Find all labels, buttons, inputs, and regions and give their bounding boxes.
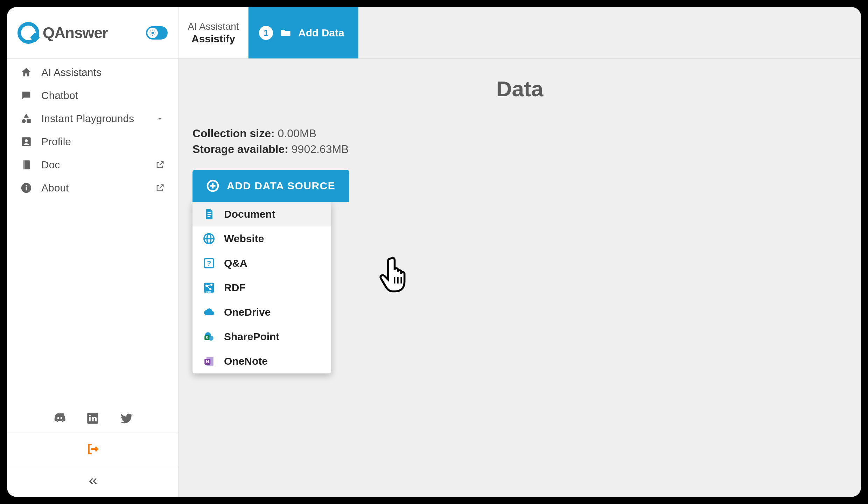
theme-toggle[interactable] [146, 26, 168, 40]
sidebar-header: QAnswer [7, 7, 178, 59]
svg-rect-15 [23, 160, 25, 169]
main-area: AI Assistant Assistify 1 Add Data Data C… [178, 7, 861, 497]
sidebar-item-label: Instant Playgrounds [41, 113, 146, 125]
document-icon [203, 208, 215, 220]
cloud-icon [203, 306, 215, 318]
sun-icon [147, 28, 158, 38]
add-data-source-button[interactable]: ADD DATA SOURCE [192, 170, 349, 202]
dropdown-item-label: Document [224, 208, 275, 220]
sidebar: QAnswer AI Assistants Chatbot Instant Pl… [7, 7, 178, 497]
logout-button[interactable] [7, 433, 178, 465]
svg-rect-17 [26, 187, 27, 190]
plus-circle-icon [206, 180, 219, 192]
external-link-icon [155, 160, 165, 170]
sidebar-item-about[interactable]: About [7, 176, 178, 200]
collection-size-label: Collection size: [192, 127, 275, 140]
assistant-label: AI Assistant [188, 21, 239, 32]
content: Data Collection size: 0.00MB Storage ava… [178, 59, 861, 497]
svg-point-21 [89, 415, 91, 416]
chat-icon [20, 90, 32, 102]
globe-icon [203, 233, 215, 245]
sidebar-nav: AI Assistants Chatbot Instant Playground… [7, 59, 178, 400]
svg-line-8 [154, 30, 155, 31]
external-link-icon [155, 183, 165, 193]
dropdown-item-label: SharePoint [224, 331, 279, 343]
svg-text:S: S [206, 336, 209, 340]
dropdown-item-label: Website [224, 233, 264, 245]
rdf-icon: RDF [203, 282, 215, 294]
svg-point-0 [152, 31, 154, 34]
dropdown-item-label: OneNote [224, 355, 268, 367]
dropdown-item-rdf[interactable]: RDF RDF [192, 275, 331, 300]
sidebar-item-label: Profile [41, 136, 165, 148]
svg-point-13 [25, 139, 28, 142]
twitter-icon[interactable] [118, 411, 133, 426]
shapes-icon [20, 113, 32, 125]
svg-line-6 [154, 34, 155, 35]
sidebar-item-chatbot[interactable]: Chatbot [7, 84, 178, 107]
assistant-name: Assistify [191, 33, 235, 45]
brand-name: QAnswer [43, 24, 108, 42]
svg-rect-26 [208, 214, 211, 215]
dropdown-item-document[interactable]: Document [192, 202, 331, 226]
sidebar-item-doc[interactable]: Doc [7, 153, 178, 176]
svg-point-10 [22, 119, 26, 123]
dropdown-item-label: Q&A [224, 257, 247, 269]
sidebar-item-label: AI Assistants [41, 66, 165, 78]
svg-rect-20 [89, 417, 90, 421]
app-window: QAnswer AI Assistants Chatbot Instant Pl… [7, 7, 861, 497]
dropdown-item-website[interactable]: Website [192, 226, 331, 251]
brand-logo[interactable]: QAnswer [18, 22, 108, 44]
svg-rect-27 [208, 216, 211, 217]
svg-line-7 [150, 34, 151, 35]
linkedin-icon[interactable] [85, 411, 100, 426]
discord-icon[interactable] [52, 411, 67, 426]
storage-available-value: 9902.63MB [292, 143, 349, 155]
data-source-dropdown: Document Website ? Q&A RDF RDF OneDrive [192, 202, 331, 373]
dropdown-item-label: RDF [224, 282, 246, 294]
svg-rect-25 [208, 212, 211, 213]
chevron-down-icon [155, 114, 165, 124]
svg-rect-11 [27, 119, 30, 123]
svg-text:?: ? [207, 259, 211, 267]
svg-line-5 [150, 30, 151, 31]
sharepoint-icon: S [203, 331, 215, 343]
dropdown-item-qa[interactable]: ? Q&A [192, 251, 331, 275]
svg-point-18 [26, 185, 27, 187]
chevrons-left-icon [86, 475, 99, 488]
profile-icon [20, 136, 32, 148]
storage-stats: Collection size: 0.00MB Storage availabl… [192, 126, 861, 157]
dropdown-item-onedrive[interactable]: OneDrive [192, 300, 331, 324]
qa-icon: ? [203, 257, 215, 269]
dropdown-item-label: OneDrive [224, 306, 271, 318]
sidebar-item-label: Chatbot [41, 90, 165, 102]
sidebar-item-label: About [41, 182, 146, 194]
add-button-label: ADD DATA SOURCE [227, 180, 335, 192]
page-title: Data [178, 76, 861, 101]
sidebar-item-label: Doc [41, 159, 146, 171]
step-number-badge: 1 [259, 26, 273, 40]
step-add-data[interactable]: 1 Add Data [248, 7, 358, 58]
social-links [7, 400, 178, 433]
step-label: Add Data [298, 27, 344, 39]
svg-text:N: N [206, 359, 209, 364]
sidebar-item-ai-assistants[interactable]: AI Assistants [7, 61, 178, 84]
onenote-icon: N [203, 355, 215, 367]
sidebar-item-instant-playgrounds[interactable]: Instant Playgrounds [7, 107, 178, 130]
storage-available-label: Storage available: [192, 143, 288, 155]
collection-size-value: 0.00MB [278, 127, 316, 140]
dropdown-item-sharepoint[interactable]: S SharePoint [192, 324, 331, 349]
sidebar-item-profile[interactable]: Profile [7, 130, 178, 153]
collapse-sidebar-button[interactable] [7, 465, 178, 497]
folder-icon [279, 27, 292, 39]
logout-icon [86, 442, 99, 456]
assistant-tab[interactable]: AI Assistant Assistify [178, 7, 248, 58]
info-icon [20, 182, 32, 194]
svg-marker-9 [24, 114, 29, 118]
topbar: AI Assistant Assistify 1 Add Data [178, 7, 861, 59]
cursor-pointer-icon [376, 252, 418, 294]
book-icon [20, 159, 32, 171]
home-icon [20, 66, 32, 78]
dropdown-item-onenote[interactable]: N OneNote [192, 349, 331, 373]
svg-text:RDF: RDF [206, 290, 212, 293]
